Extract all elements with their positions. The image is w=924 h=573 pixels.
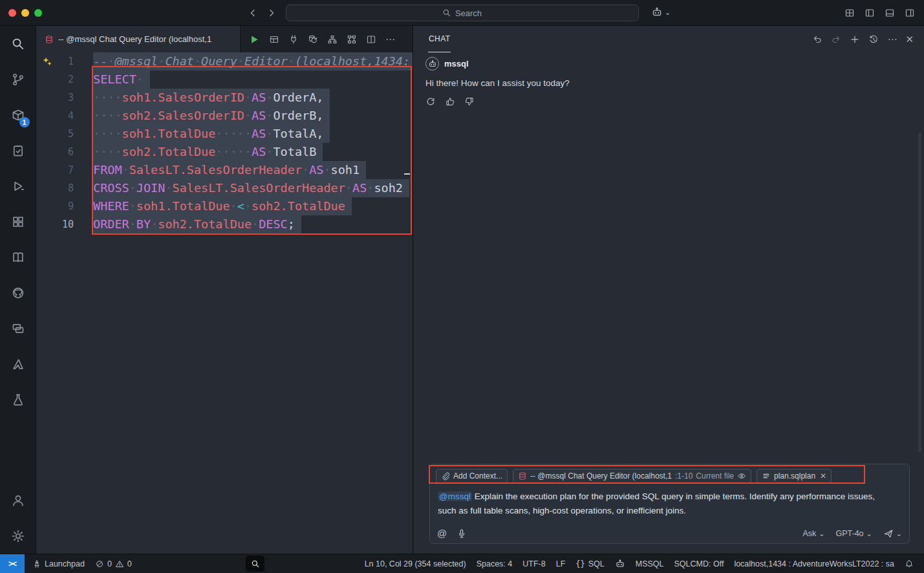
launchpad-icon: [32, 559, 41, 568]
split-editor-button[interactable]: [366, 34, 376, 45]
code-line-9[interactable]: 9WHERE·soh1.TotalDue·<·soh2.TotalDue: [36, 197, 413, 215]
copilot-sparkle-icon[interactable]: [42, 56, 52, 67]
sidebar-item-sql-server[interactable]: 1: [0, 97, 36, 133]
azure-icon: [11, 357, 25, 371]
chat-scrollbar[interactable]: [918, 133, 921, 453]
code-line-7[interactable]: 7FROM·SalesLT.SalesOrderHeader·AS·soh1: [36, 161, 413, 179]
context-plan-chip[interactable]: plan.sqlplan ✕: [757, 469, 832, 483]
editor-tab[interactable]: -- @mssql Chat Query Editor (localhost,1: [36, 26, 241, 52]
sidebar-item-azure[interactable]: [0, 346, 36, 382]
database-projects-icon: [11, 393, 25, 407]
undo-icon[interactable]: [812, 34, 822, 45]
code-line-10[interactable]: 10ORDER·BY·soh2.TotalDue·DESC;: [36, 215, 413, 233]
mssql-item[interactable]: MSSQL: [630, 554, 669, 573]
assistant-avatar: [425, 57, 439, 70]
thumbs-up-icon[interactable]: [445, 96, 455, 107]
send-button[interactable]: ⌄: [883, 528, 902, 539]
code-line-2[interactable]: 2SELECT·: [36, 70, 413, 89]
microphone-icon[interactable]: [457, 528, 467, 539]
indentation-item[interactable]: Spaces: 4: [471, 554, 518, 573]
context-file-chip[interactable]: -- @mssql Chat Query Editor (localhost,1…: [513, 469, 751, 483]
bell-icon: [905, 559, 914, 568]
sqlcmd-item[interactable]: SQLCMD: Off: [669, 554, 729, 573]
line-number: 4: [36, 107, 74, 125]
cursor-position-item[interactable]: Ln 10, Col 29 (354 selected): [360, 554, 471, 573]
sidebar-item-github[interactable]: [0, 275, 36, 310]
copilot-status-item[interactable]: [610, 554, 630, 573]
tab-chat[interactable]: CHAT: [428, 26, 451, 52]
accounts-button[interactable]: [0, 482, 36, 518]
code-line-5[interactable]: 5····soh1.TotalDue·····AS·TotalA,: [36, 125, 413, 143]
change-connection-button[interactable]: [308, 34, 318, 45]
mode-dropdown[interactable]: Ask ⌄: [802, 529, 824, 538]
chat-history-icon[interactable]: [868, 34, 879, 45]
sidebar-item-notebooks[interactable]: [0, 239, 36, 275]
sidebar-item-query-history[interactable]: [0, 133, 36, 168]
chevron-down-icon: ⌄: [819, 530, 824, 537]
toggle-secondary-sidebar-icon[interactable]: [905, 8, 915, 18]
chat-input-container[interactable]: Add Context... -- @mssql Chat Query Edit…: [429, 464, 910, 544]
more-actions-button[interactable]: ⋯: [385, 34, 395, 45]
close-panel-icon[interactable]: ✕: [905, 34, 914, 45]
line-number: 8: [36, 179, 74, 197]
code-line-8[interactable]: 8CROSS·JOIN·SalesLT.SalesOrderHeader·AS·…: [36, 179, 413, 197]
sidebar-item-search[interactable]: [0, 26, 36, 61]
remove-attachment-icon[interactable]: ✕: [820, 471, 826, 481]
language-mode-item[interactable]: {} SQL: [570, 554, 609, 573]
encoding-item[interactable]: UTF-8: [517, 554, 550, 573]
eol-item[interactable]: LF: [551, 554, 571, 573]
magnifier-icon: [251, 559, 260, 568]
results-grid-button[interactable]: [269, 34, 279, 45]
schema-compare-button[interactable]: [327, 34, 338, 45]
notifications-item[interactable]: [899, 554, 919, 573]
copilot-menu-button[interactable]: ⌄: [651, 6, 671, 18]
code-line-1[interactable]: 1--·@mssql·Chat·Query·Editor·(localhost,…: [36, 52, 413, 70]
search-icon: [11, 37, 25, 51]
sidebar-item-extensions[interactable]: [0, 204, 36, 239]
close-window-button[interactable]: [8, 9, 16, 17]
add-context-button[interactable]: Add Context...: [436, 469, 508, 483]
selected-code-text: ····soh1.TotalDue·····AS·TotalA,: [93, 125, 330, 143]
sidebar-item-run-debug[interactable]: [0, 168, 36, 204]
code-editor[interactable]: 1--·@mssql·Chat·Query·Editor·(localhost,…: [36, 52, 413, 554]
new-chat-icon[interactable]: [850, 34, 860, 45]
connection-item[interactable]: localhost,1434 : AdventureWorksLT2022 : …: [729, 554, 899, 573]
code-line-6[interactable]: 6····soh2.TotalDue·····AS·TotalB: [36, 143, 413, 161]
navigate-back-icon[interactable]: [248, 8, 258, 18]
chat-prompt-input[interactable]: @mssql Explain the execution plan for th…: [436, 490, 892, 518]
connection-count-badge: 1: [19, 117, 30, 127]
cursor-position-label: Ln 10, Col 29 (354 selected): [365, 559, 466, 568]
thumbs-down-icon[interactable]: [464, 96, 475, 107]
toggle-sidebar-icon[interactable]: [865, 8, 875, 18]
minimize-window-button[interactable]: [21, 9, 29, 17]
activity-bar: 1: [0, 26, 36, 554]
selected-code-text: ····soh2.SalesOrderID·AS·OrderB,: [93, 107, 330, 125]
customize-layout-icon[interactable]: [844, 8, 855, 18]
more-actions-icon[interactable]: ⋯: [887, 34, 897, 45]
run-query-button[interactable]: [248, 34, 260, 45]
sidebar-item-remote-explorer[interactable]: [0, 310, 36, 346]
toggle-panel-icon[interactable]: [885, 8, 895, 18]
sidebar-item-source-control[interactable]: [0, 61, 36, 97]
model-dropdown[interactable]: GPT-4o ⌄: [835, 529, 872, 538]
sidebar-item-database-projects[interactable]: [0, 382, 36, 417]
mention-picker-icon[interactable]: @: [437, 528, 447, 539]
context-plan-label: plan.sqlplan: [774, 471, 815, 481]
maximize-window-button[interactable]: [34, 9, 42, 17]
warning-count: 0: [127, 559, 132, 568]
line-number: 3: [36, 89, 74, 107]
code-line-3[interactable]: 3····soh1.SalesOrderID·AS·OrderA,: [36, 89, 413, 107]
estimated-plan-button[interactable]: [347, 34, 357, 45]
indentation-label: Spaces: 4: [477, 559, 513, 568]
regenerate-icon[interactable]: [425, 96, 436, 107]
navigate-forward-icon[interactable]: [266, 8, 277, 18]
settings-button[interactable]: [0, 518, 36, 554]
command-center-search[interactable]: Search: [286, 5, 639, 21]
code-line-4[interactable]: 4····soh2.SalesOrderID·AS·OrderB,: [36, 107, 413, 125]
redo-icon[interactable]: [831, 34, 841, 45]
disconnect-button[interactable]: [288, 34, 299, 45]
eye-icon[interactable]: [737, 471, 746, 481]
remote-indicator[interactable]: ><: [0, 554, 25, 573]
problems-indicator[interactable]: 0 0: [90, 554, 137, 573]
launchpad-item[interactable]: Launchpad: [27, 554, 90, 573]
